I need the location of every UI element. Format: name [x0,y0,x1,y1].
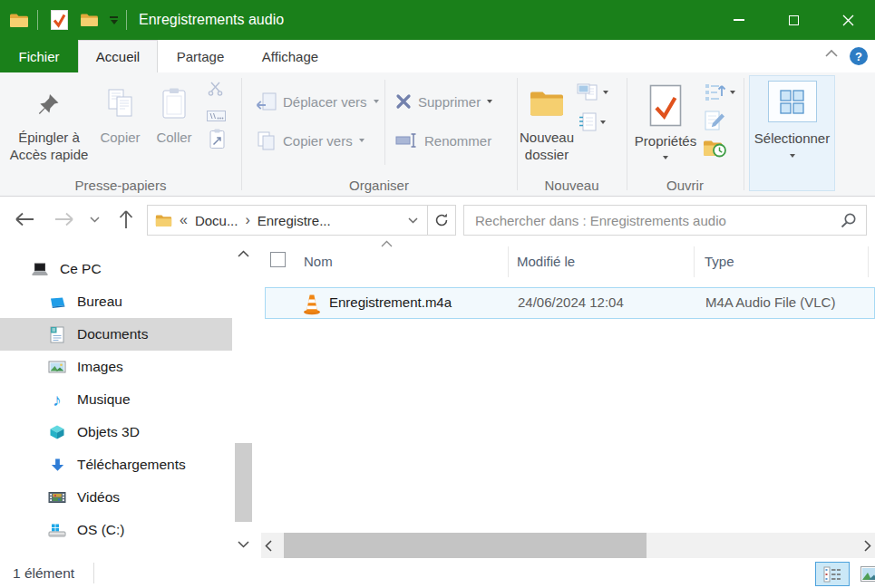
column-header-nom[interactable]: Nom [304,254,333,269]
refresh-button[interactable] [427,206,455,235]
sidebar-item-label: Bureau [77,294,122,310]
rename-label: Renommer [424,133,491,149]
column-divider[interactable] [868,246,869,277]
scroll-left-icon [265,540,272,552]
column-header-modifie-le[interactable]: Modifié le [517,254,575,269]
delete-button[interactable]: Supprimer [395,88,492,115]
copy-to-dropdown-icon [359,139,365,142]
copy-to-button[interactable]: Copier vers [256,127,365,154]
maximize-icon [789,15,799,25]
thumbnails-view-button[interactable] [853,562,875,586]
copy-to-icon [256,131,277,150]
address-bar[interactable]: « Docu... › Enregistre... [147,205,456,236]
sidebar-scrollbar[interactable] [232,242,255,559]
group-divider [744,78,744,190]
breadcrumb-parent[interactable]: Docu... [195,213,238,228]
file-modified: 24/06/2024 12:04 [518,294,624,310]
address-dropdown-icon[interactable] [408,217,418,224]
open-group: Propriétés Ouvrir [627,72,744,196]
sidebar-item-telechargements[interactable]: Téléchargements [0,448,232,481]
scroll-right-button[interactable] [860,533,875,558]
chevron-down-icon [90,217,100,223]
scroll-up-icon[interactable] [238,250,249,257]
maximize-button[interactable] [766,0,821,40]
sidebar-item-documents[interactable]: Documents [0,318,232,351]
sidebar-item-videos[interactable]: Vidéos [0,481,232,514]
open-dropdown-icon [730,91,735,94]
back-icon [15,212,34,227]
forward-button[interactable] [53,207,76,231]
horizontal-scrollbar-thumb[interactable] [284,533,647,558]
rename-button[interactable]: Renommer [395,127,491,154]
select-label: Sélectionner [754,130,830,148]
tab-partage[interactable]: Partage [158,40,243,72]
select-button[interactable] [768,81,817,122]
select-group[interactable]: Sélectionner [749,75,835,191]
new-item-button[interactable] [577,83,608,101]
customize-quick-access-icon[interactable] [110,16,118,24]
properties-button[interactable]: Propriétés [632,77,699,184]
sidebar-item-ce-pc[interactable]: Ce PC [0,253,232,285]
select-dropdown-icon [790,154,795,158]
select-all-checkbox[interactable] [270,252,286,267]
delete-label: Supprimer [418,94,481,110]
help-button[interactable]: ? [850,47,868,65]
sidebar-item-bureau[interactable]: Bureau [0,285,232,318]
scroll-down-icon[interactable] [238,541,249,548]
file-row[interactable]: Enregistrement.m4a 24/06/2024 12:04 M4A … [265,287,875,319]
column-divider[interactable] [694,246,695,277]
collapse-ribbon-icon[interactable] [824,49,839,58]
open-button[interactable] [704,82,735,102]
sidebar-item-label: Vidéos [77,489,120,506]
close-button[interactable] [821,0,875,40]
back-button[interactable] [13,207,36,231]
tab-affichage[interactable]: Affichage [243,40,337,72]
move-to-button[interactable]: Déplacer vers [256,88,379,115]
scroll-left-button[interactable] [261,533,276,558]
edit-button[interactable] [705,111,725,131]
copy-path-button[interactable] [207,111,226,121]
tab-fichier[interactable]: Fichier [0,40,78,72]
sidebar-item-objets-3d[interactable]: Objets 3D [0,416,232,448]
pin-to-quick-access-button[interactable]: Épingler à Accès rapide [5,77,93,171]
sidebar-scrollbar-thumb[interactable] [235,443,252,522]
history-button[interactable] [703,138,726,159]
cut-button[interactable] [208,82,223,97]
sidebar-item-os-c[interactable]: OS (C:) [0,514,232,546]
sidebar-item-images[interactable]: Images [0,351,232,383]
sidebar-item-label: Images [77,359,123,375]
main-content: Ce PC Bureau Documents Images ♪ Musique … [0,242,875,559]
easy-access-button[interactable] [578,112,606,131]
column-divider[interactable] [508,246,509,277]
column-header-type[interactable]: Type [705,254,734,269]
item-count: 1 élément [13,565,74,582]
up-button[interactable] [114,207,138,231]
new-folder-button[interactable]: Nouveau dossier [519,77,575,171]
organize-group-label: Organiser [241,178,517,193]
search-input[interactable] [464,213,841,228]
copy-label: Copier [100,130,140,147]
3d-objects-icon [49,424,65,440]
copy-button[interactable]: Copier [94,77,146,171]
breadcrumb-current[interactable]: Enregistre... [258,213,331,228]
horizontal-scrollbar[interactable] [261,533,875,558]
move-to-dropdown-icon [374,100,379,103]
minimize-button[interactable] [712,0,766,40]
search-icon[interactable] [841,212,857,228]
paste-button[interactable]: Coller [147,77,201,171]
sidebar-item-musique[interactable]: ♪ Musique [0,383,232,416]
details-view-button[interactable] [815,562,850,586]
quick-access-properties-icon[interactable] [50,9,69,31]
easy-access-icon [578,112,597,131]
tab-accueil[interactable]: Accueil [78,40,158,72]
paste-shortcut-button[interactable] [209,129,225,149]
move-to-icon [256,92,277,111]
recent-locations-button[interactable] [85,207,103,231]
titlebar-separator [126,10,127,30]
breadcrumb-overflow[interactable]: « [180,212,188,228]
vlc-file-icon [303,293,321,315]
quick-access-folder-icon[interactable] [80,13,99,27]
help-glyph: ? [855,50,862,63]
easy-access-dropdown-icon [600,120,606,124]
new-item-dropdown-icon [603,91,608,94]
